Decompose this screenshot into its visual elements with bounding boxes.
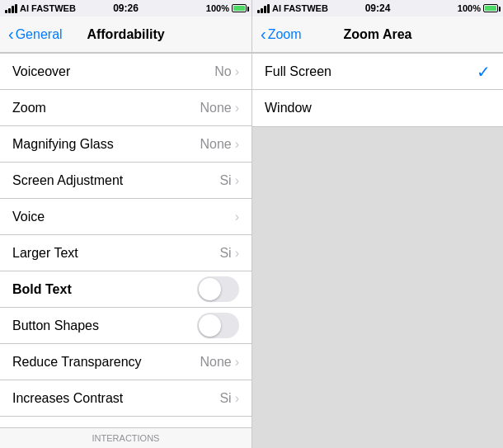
zoom-row-window[interactable]: Window: [252, 90, 503, 126]
settings-label-magnifying-glass: Magnifying Glass: [12, 137, 114, 152]
chevron-right-icon-reduce-transparency: ›: [235, 355, 239, 370]
bottom-bar-label: INTERACTIONS: [92, 433, 160, 443]
settings-value-zoom: None: [200, 101, 231, 116]
settings-value-reduce-transparency: None: [200, 355, 231, 370]
settings-label-voiceover: Voiceover: [12, 64, 70, 79]
settings-row-voiceover[interactable]: VoiceoverNo›: [0, 54, 252, 90]
right-carrier-info: AI FASTWEB: [257, 3, 328, 13]
battery-percent-right: 100%: [458, 3, 481, 13]
right-back-chevron-icon: ‹: [261, 25, 266, 44]
settings-row-right-zoom: None›: [200, 101, 239, 116]
settings-row-right-larger-text: Si›: [219, 246, 239, 261]
zoom-options-group: Full Screen✓Window: [252, 53, 503, 127]
chevron-right-icon-magnifying-glass: ›: [235, 137, 239, 152]
right-nav-title: Zoom Area: [344, 27, 412, 42]
settings-label-voice: Voice: [12, 210, 45, 224]
right-panel: AI FASTWEB 09:24 100% ‹ Zoom Zoom Area F…: [252, 0, 503, 448]
toggle-bold-text[interactable]: [197, 276, 239, 302]
settings-value-larger-text: Si: [219, 246, 231, 261]
chevron-right-icon-voice: ›: [235, 210, 239, 224]
settings-value-increases-contrast: Si: [219, 391, 231, 406]
settings-label-increases-contrast: Increases Contrast: [12, 391, 123, 406]
settings-row-magnifying-glass[interactable]: Magnifying GlassNone›: [0, 126, 252, 163]
left-carrier-name: AI FASTWEB: [20, 3, 76, 13]
right-back-label: Zoom: [268, 27, 302, 42]
right-nav-bar: ‹ Zoom Zoom Area: [252, 17, 503, 53]
chevron-right-icon-screen-adjustment: ›: [235, 173, 239, 188]
left-time: 09:26: [113, 2, 139, 14]
zoom-label-window: Window: [265, 101, 312, 116]
settings-row-right-magnifying-glass: None›: [200, 137, 239, 152]
battery-icon-left: [232, 4, 247, 12]
settings-row-right-screen-adjustment: Si›: [219, 173, 239, 188]
toggle-button-shapes[interactable]: [197, 313, 239, 338]
settings-label-larger-text: Larger Text: [12, 246, 78, 261]
settings-label-zoom: Zoom: [12, 101, 46, 116]
battery-icon-right: [483, 4, 498, 12]
zoom-row-full-screen[interactable]: Full Screen✓: [252, 54, 503, 90]
chevron-right-icon-voiceover: ›: [235, 64, 239, 79]
left-nav-bar: ‹ General Affordability: [0, 17, 252, 53]
settings-label-screen-adjustment: Screen Adjustment: [12, 173, 123, 188]
left-bottom-bar: INTERACTIONS: [0, 427, 252, 448]
zoom-preview-area: [252, 127, 503, 448]
settings-value-magnifying-glass: None: [200, 137, 231, 152]
checkmark-icon-full-screen: ✓: [477, 62, 491, 82]
chevron-right-icon-zoom: ›: [235, 101, 239, 116]
settings-row-bold-text[interactable]: Bold Text: [0, 271, 252, 308]
settings-row-right-bold-text: [197, 276, 239, 302]
right-time: 09:24: [365, 2, 391, 14]
settings-row-reduce-movement[interactable]: Reduce MovementNo›: [0, 417, 252, 427]
left-status-bar: AI FASTWEB 09:26 100%: [0, 0, 252, 17]
right-status-bar: AI FASTWEB 09:24 100%: [252, 0, 503, 17]
settings-row-larger-text[interactable]: Larger TextSi›: [0, 235, 252, 271]
toggle-knob-button-shapes: [199, 314, 221, 337]
left-carrier-info: AI FASTWEB: [5, 3, 76, 13]
settings-row-right-voice: ›: [235, 210, 239, 224]
chevron-right-icon-increases-contrast: ›: [235, 391, 239, 406]
settings-label-reduce-transparency: Reduce Transparency: [12, 355, 142, 370]
settings-label-button-shapes: Button Shapes: [12, 318, 99, 333]
zoom-label-full-screen: Full Screen: [265, 64, 331, 79]
settings-row-screen-adjustment[interactable]: Screen AdjustmentSi›: [0, 163, 252, 199]
toggle-knob-bold-text: [199, 278, 221, 300]
left-nav-title: Affordability: [87, 27, 164, 42]
settings-row-right-increases-contrast: Si›: [219, 391, 239, 406]
right-signal-icon: [257, 4, 270, 13]
settings-value-screen-adjustment: Si: [219, 173, 231, 188]
right-back-button[interactable]: ‹ Zoom: [261, 25, 302, 44]
left-back-label: General: [16, 27, 63, 42]
settings-row-right-button-shapes: [197, 313, 239, 338]
settings-row-zoom[interactable]: ZoomNone›: [0, 90, 252, 126]
left-back-button[interactable]: ‹ General: [8, 25, 63, 44]
settings-row-right-reduce-transparency: None›: [200, 355, 239, 370]
settings-row-voice[interactable]: Voice›: [0, 199, 252, 235]
settings-value-voiceover: No: [214, 64, 231, 79]
signal-icon: [5, 4, 17, 13]
settings-group-main: VoiceoverNo›ZoomNone›Magnifying GlassNon…: [0, 53, 252, 427]
left-panel: AI FASTWEB 09:26 100% ‹ General Affordab…: [0, 0, 252, 448]
settings-row-increases-contrast[interactable]: Increases ContrastSi›: [0, 380, 252, 417]
chevron-right-icon-larger-text: ›: [235, 246, 239, 261]
settings-row-reduce-transparency[interactable]: Reduce TransparencyNone›: [0, 344, 252, 380]
right-carrier-name: AI FASTWEB: [272, 3, 328, 13]
right-battery-info: 100%: [458, 3, 498, 13]
settings-list: VoiceoverNo›ZoomNone›Magnifying GlassNon…: [0, 53, 252, 427]
back-chevron-icon: ‹: [8, 25, 14, 44]
settings-row-right-voiceover: No›: [214, 64, 239, 79]
settings-row-button-shapes[interactable]: Button Shapes: [0, 308, 252, 344]
left-battery-info: 100%: [206, 3, 247, 13]
settings-label-bold-text: Bold Text: [12, 282, 72, 297]
battery-percent-left: 100%: [206, 3, 229, 13]
